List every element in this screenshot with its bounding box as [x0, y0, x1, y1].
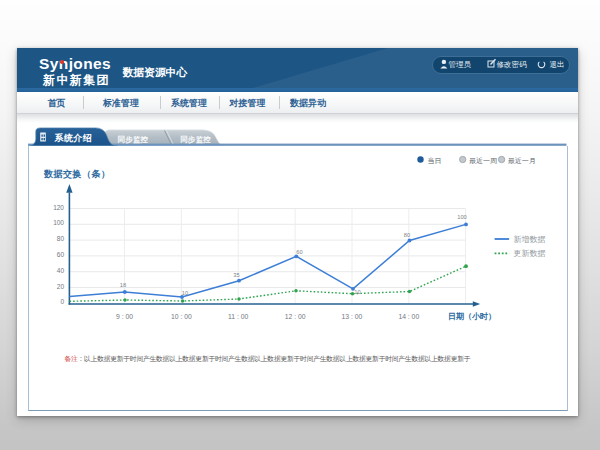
svg-text:10 : 00: 10 : 00	[171, 313, 192, 320]
svg-text:10: 10	[182, 290, 188, 296]
svg-text:14 : 00: 14 : 00	[398, 313, 419, 320]
svg-text:12 : 00: 12 : 00	[285, 313, 306, 320]
svg-text:60: 60	[57, 251, 65, 258]
svg-text:40: 40	[57, 267, 65, 274]
svg-text:13 : 00: 13 : 00	[342, 313, 363, 320]
svg-text:35: 35	[233, 272, 239, 278]
svg-text:更新数据: 更新数据	[514, 249, 546, 258]
svg-text:100: 100	[457, 214, 467, 220]
svg-text:新增数据: 新增数据	[514, 235, 546, 244]
svg-text:20: 20	[57, 283, 65, 290]
svg-text:0: 0	[60, 298, 64, 305]
svg-text:日期（小时）: 日期（小时）	[448, 312, 496, 321]
svg-text:80: 80	[404, 232, 410, 238]
svg-text:80: 80	[57, 235, 65, 242]
svg-text:120: 120	[53, 204, 64, 211]
svg-text:9 : 00: 9 : 00	[116, 313, 133, 320]
svg-text:10: 10	[354, 289, 360, 295]
svg-text:60: 60	[296, 249, 302, 255]
svg-text:100: 100	[53, 219, 64, 226]
svg-text:11 : 00: 11 : 00	[228, 313, 249, 320]
svg-text:18: 18	[120, 282, 126, 288]
